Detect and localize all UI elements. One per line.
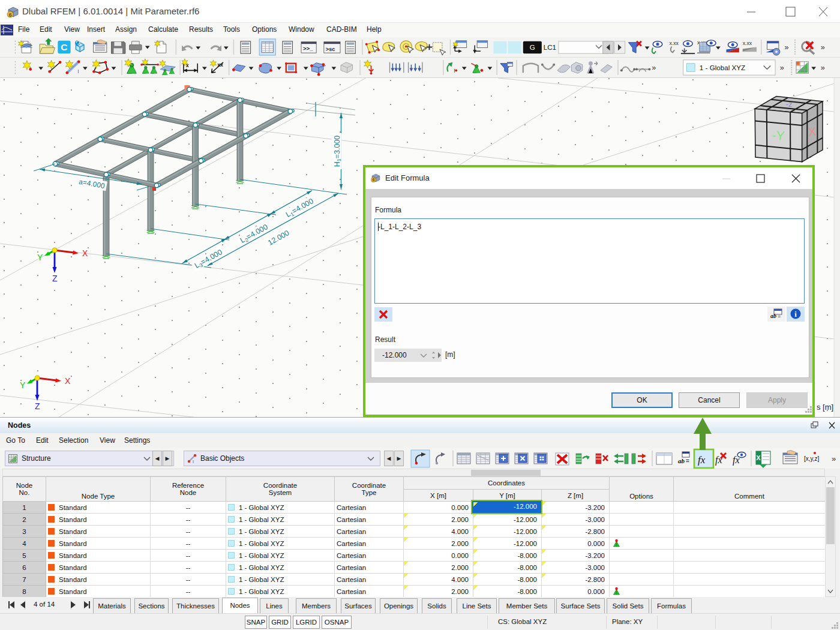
- svg-text:fx: fx: [698, 454, 706, 466]
- svg-text:X: X: [82, 248, 88, 258]
- svg-text:ab: ab: [770, 313, 776, 319]
- svg-text:Y: Y: [20, 380, 26, 390]
- svg-text:H1=3.000: H1=3.000: [333, 136, 343, 167]
- svg-text:Y: Y: [37, 253, 43, 262]
- svg-text:x.xx: x.xx: [743, 40, 752, 46]
- svg-text:»: »: [780, 64, 784, 72]
- svg-text:fx: fx: [715, 455, 722, 466]
- svg-text:»: »: [832, 454, 836, 463]
- svg-text:I: I: [77, 68, 79, 74]
- svg-text:LC1: LC1: [544, 43, 556, 51]
- svg-text:6: 6: [373, 178, 375, 182]
- svg-text:-Y: -Y: [772, 128, 785, 143]
- svg-text:i: i: [794, 310, 797, 319]
- svg-text:-z: -z: [786, 100, 793, 109]
- svg-text:1 - Global XYZ: 1 - Global XYZ: [700, 64, 745, 71]
- svg-text:I: I: [193, 460, 194, 464]
- svg-text:=: =: [778, 313, 781, 319]
- svg-text:Z: Z: [52, 274, 58, 283]
- svg-text:Z: Z: [35, 401, 40, 411]
- svg-text:X: X: [756, 454, 761, 461]
- svg-text:X: X: [808, 125, 817, 138]
- svg-text:»: »: [821, 43, 825, 52]
- svg-text:>>_: >>_: [303, 45, 313, 52]
- svg-text:X: X: [65, 376, 71, 386]
- svg-text:C: C: [61, 42, 67, 52]
- svg-text:»: »: [652, 64, 656, 72]
- svg-text:»: »: [785, 43, 789, 52]
- svg-text:>sc: >sc: [326, 46, 335, 52]
- svg-text:xx: xx: [217, 62, 223, 68]
- svg-text:=: =: [686, 458, 689, 464]
- svg-text:x.xx: x.xx: [669, 40, 679, 46]
- svg-text:ab: ab: [678, 457, 685, 464]
- svg-text:I: I: [454, 68, 455, 74]
- svg-text:[x,y,z]: [x,y,z]: [804, 455, 820, 462]
- svg-text:G: G: [530, 43, 535, 51]
- svg-text:6: 6: [8, 12, 11, 18]
- svg-text:»: »: [821, 64, 825, 72]
